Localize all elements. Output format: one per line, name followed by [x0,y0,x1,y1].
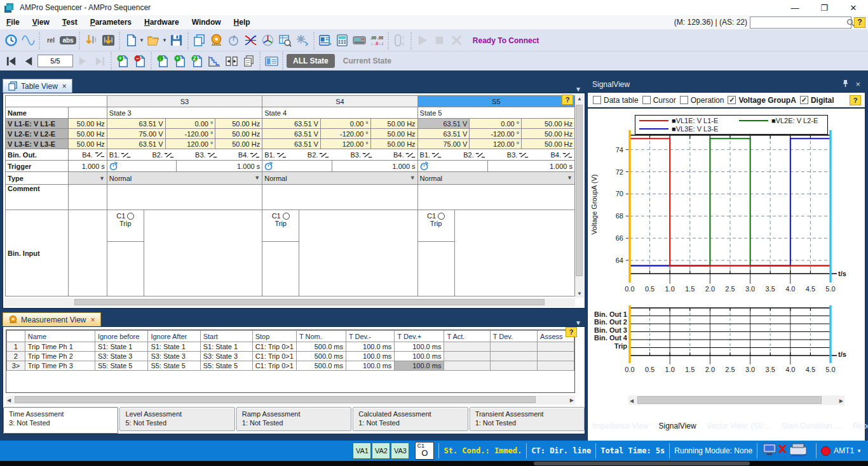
voltage-value-cell[interactable]: 63.51 V [107,119,165,129]
row-header-voltage[interactable]: V L3-E: V L3-E [6,139,69,149]
measurement-cell-ignore_before[interactable]: S1: State 1 [95,342,148,352]
measurement-cell-assess[interactable] [538,342,574,352]
settings-gears-icon[interactable] [295,33,310,48]
view-tab-report[interactable]: Report [848,419,868,433]
device-selector[interactable]: AMT1 [834,446,854,455]
binary-toggle-icon[interactable]: 10 [392,33,407,48]
restore-icon[interactable]: ❐ [810,0,839,15]
table-view-help-button[interactable]: ? [562,95,573,105]
binary-output-contact[interactable]: B3. [195,151,217,159]
menu-file[interactable]: File [0,15,26,30]
state-number-input[interactable] [37,55,73,67]
checkbox-icon[interactable] [642,96,651,104]
output-button-va1[interactable]: VA1 [353,443,371,459]
insert-state-z-icon[interactable]: Z [189,53,205,69]
row-header-voltage[interactable]: V L1-E: V L1-E [6,119,69,129]
state-name-cell[interactable]: State 5 [417,107,574,119]
voltage-value-cell[interactable]: 120.00 ° [165,139,215,149]
clock-icon[interactable] [3,33,18,48]
go-last-icon[interactable] [92,53,107,69]
prefix-frequency-cell[interactable]: 50.00 Hz [68,139,107,149]
go-first-icon[interactable] [3,53,18,69]
measurement-view-help-button[interactable]: ? [566,327,577,337]
table-view-hscrollbar[interactable] [4,298,575,307]
open-folder-icon[interactable] [146,33,161,48]
menu-help[interactable]: Help [227,15,257,30]
voltage-value-cell[interactable]: 50.00 Hz [215,129,262,139]
bin-input-channel[interactable]: C1Trip [418,210,455,296]
measurement-cell-t_dev_plus[interactable]: 100.0 ms [395,361,444,371]
menu-window[interactable]: Window [186,15,227,30]
insert-state-after-icon[interactable]: + [172,53,187,69]
fader-down-icon[interactable] [83,33,98,48]
voltage-value-cell[interactable]: 50.00 Hz [215,119,262,129]
voltage-value-cell[interactable]: 63.51 V [417,129,470,139]
measurement-cell-t_dev[interactable] [490,361,537,371]
state-column-header[interactable]: S4 [262,96,417,107]
decimal-places-icon[interactable]: .00 .00←.0→.0 [369,33,384,48]
binout-cell[interactable]: B1. B2. B3. B4. [262,149,417,161]
prefix-type-dropdown[interactable]: ▼ [68,172,107,185]
table-view-vscrollbar[interactable]: ▲ ▼ [575,95,584,298]
measurement-row[interactable]: 2Trip Time Ph 2S3: State 3S3: State 3S3:… [7,352,574,361]
comment-cell[interactable] [107,185,262,210]
abs-icon[interactable]: abs [60,33,76,48]
measurement-cell-t_nom[interactable]: 500.0 ms [296,361,346,371]
measurement-cell-t_dev_minus[interactable]: 100.0 ms [346,352,394,361]
measurement-column-header[interactable]: Ignore before [95,331,148,342]
measurement-cell-num[interactable]: 2 [7,352,25,361]
measurement-cell-stop[interactable]: C1: Trip 0>1 [252,361,296,371]
measurement-view-close-icon[interactable]: × [91,316,95,324]
measurement-cell-t_dev[interactable] [490,342,537,352]
prefix-frequency-cell[interactable]: 50.00 Hz [68,119,107,129]
tab-measurement-view[interactable]: Measurement View × [3,312,101,326]
binary-output-contact[interactable]: B4. [238,151,261,159]
binary-output-contact[interactable]: B4. [550,151,573,159]
all-state-button[interactable]: ALL State [287,54,335,68]
current-state-button[interactable]: Current State [337,54,398,68]
checkbox-icon[interactable]: ✓ [800,96,808,104]
voltage-value-cell[interactable]: 63.51 V [262,129,321,139]
view-tab-signalview[interactable]: SignalView [654,419,702,433]
vector-scope-icon[interactable] [261,33,276,48]
report-view-icon[interactable] [318,33,333,48]
state-type-dropdown[interactable]: Normal▼ [107,172,262,185]
checkbox-icon[interactable]: ✓ [728,96,736,104]
voltage-value-cell[interactable]: -120.00 ° [320,129,370,139]
prefix-trigger-cell[interactable]: 1.000 s [68,161,107,172]
bin-input-cell[interactable]: C1Trip [107,210,262,296]
measurement-cell-stop[interactable]: C1: Trip 0>1 [252,352,296,361]
search-box[interactable] [750,17,851,29]
close-icon[interactable]: ✕ [839,0,868,15]
assessment-tab[interactable]: Level Assessment5: Not Tested [119,407,234,431]
measurement-cell-t_act[interactable] [444,342,490,352]
minimize-icon[interactable]: — [780,0,810,15]
assessment-tab[interactable]: Ramp Assessment1: Not Tested [236,407,351,431]
trigger-cell[interactable]: 1.000 s [107,161,262,172]
measurement-row[interactable]: 3>Trip Time Ph 3S5: State 5S5: State 5S5… [7,361,574,371]
measurement-cell-ignore_before[interactable]: S3: State 3 [95,352,148,361]
measurement-cell-assess[interactable] [538,361,574,371]
voltage-value-cell[interactable]: 75.00 V [417,139,470,149]
measurement-cell-assess[interactable] [538,352,574,361]
measurement-hscrollbar[interactable]: ◀ ▶ [6,396,575,404]
trip-contact-icon[interactable] [438,213,445,220]
trigger-timeout-icon[interactable] [107,161,177,171]
measurement-cell-t_dev[interactable] [490,352,537,361]
bin-input-cell[interactable]: C1Trip [262,210,417,296]
voltage-value-cell[interactable]: -120.00 ° [165,129,215,139]
phase-rotation-icon[interactable] [226,33,241,48]
run-icon[interactable] [415,33,430,48]
measurement-column-header[interactable]: T Dev. [490,331,537,342]
table-view-menu-caret-icon[interactable]: ▼ [575,86,585,93]
trigger-timeout-icon[interactable] [418,161,489,171]
table-view-close-icon[interactable]: × [62,82,67,91]
comment-cell[interactable] [262,185,417,210]
binary-output-contact[interactable]: B4. [393,151,416,159]
measurement-cell-t_dev_minus[interactable]: 100.0 ms [346,342,394,352]
copy-icon[interactable] [192,33,207,48]
state-type-dropdown[interactable]: Normal▼ [417,172,574,185]
measurement-column-header[interactable]: Start [200,331,252,342]
binary-output-contact[interactable]: B2. [308,151,330,159]
menu-view[interactable]: View [26,15,56,30]
